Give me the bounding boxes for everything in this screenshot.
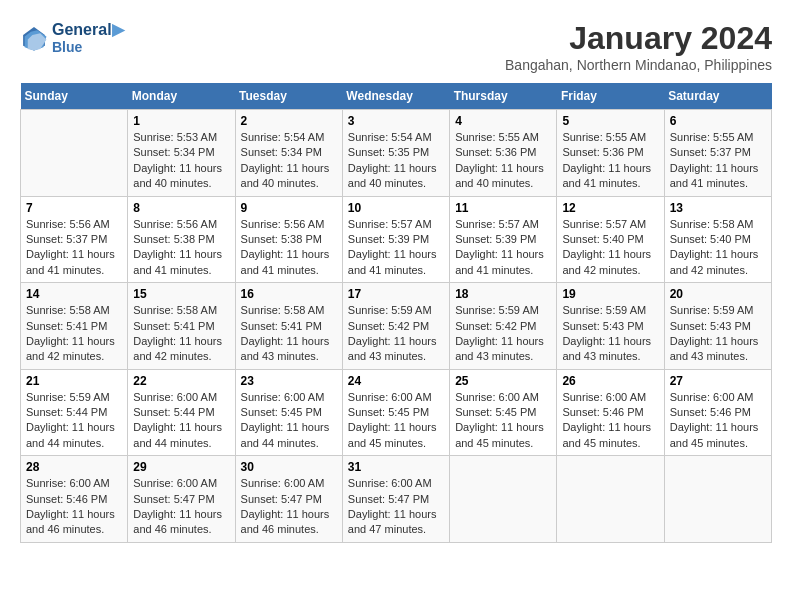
calendar-cell: 8Sunrise: 5:56 AMSunset: 5:38 PMDaylight… xyxy=(128,196,235,283)
day-number: 28 xyxy=(26,460,122,474)
calendar-week-row: 1Sunrise: 5:53 AMSunset: 5:34 PMDaylight… xyxy=(21,110,772,197)
calendar-cell: 3Sunrise: 5:54 AMSunset: 5:35 PMDaylight… xyxy=(342,110,449,197)
day-info: Sunrise: 5:54 AMSunset: 5:35 PMDaylight:… xyxy=(348,130,444,192)
day-info: Sunrise: 5:58 AMSunset: 5:41 PMDaylight:… xyxy=(133,303,229,365)
day-number: 1 xyxy=(133,114,229,128)
day-number: 11 xyxy=(455,201,551,215)
day-number: 9 xyxy=(241,201,337,215)
day-number: 16 xyxy=(241,287,337,301)
day-number: 22 xyxy=(133,374,229,388)
day-number: 18 xyxy=(455,287,551,301)
calendar-week-row: 28Sunrise: 6:00 AMSunset: 5:46 PMDayligh… xyxy=(21,456,772,543)
calendar-cell: 28Sunrise: 6:00 AMSunset: 5:46 PMDayligh… xyxy=(21,456,128,543)
day-number: 20 xyxy=(670,287,766,301)
weekday-header: Tuesday xyxy=(235,83,342,110)
weekday-header: Wednesday xyxy=(342,83,449,110)
weekday-header: Thursday xyxy=(450,83,557,110)
calendar-week-row: 7Sunrise: 5:56 AMSunset: 5:37 PMDaylight… xyxy=(21,196,772,283)
calendar-cell: 30Sunrise: 6:00 AMSunset: 5:47 PMDayligh… xyxy=(235,456,342,543)
day-info: Sunrise: 5:56 AMSunset: 5:38 PMDaylight:… xyxy=(133,217,229,279)
calendar-week-row: 21Sunrise: 5:59 AMSunset: 5:44 PMDayligh… xyxy=(21,369,772,456)
day-info: Sunrise: 5:57 AMSunset: 5:39 PMDaylight:… xyxy=(348,217,444,279)
calendar-cell: 25Sunrise: 6:00 AMSunset: 5:45 PMDayligh… xyxy=(450,369,557,456)
day-info: Sunrise: 5:56 AMSunset: 5:37 PMDaylight:… xyxy=(26,217,122,279)
day-info: Sunrise: 5:56 AMSunset: 5:38 PMDaylight:… xyxy=(241,217,337,279)
calendar-cell: 2Sunrise: 5:54 AMSunset: 5:34 PMDaylight… xyxy=(235,110,342,197)
day-info: Sunrise: 5:54 AMSunset: 5:34 PMDaylight:… xyxy=(241,130,337,192)
day-number: 6 xyxy=(670,114,766,128)
calendar-week-row: 14Sunrise: 5:58 AMSunset: 5:41 PMDayligh… xyxy=(21,283,772,370)
day-info: Sunrise: 5:57 AMSunset: 5:39 PMDaylight:… xyxy=(455,217,551,279)
day-number: 7 xyxy=(26,201,122,215)
calendar-table: SundayMondayTuesdayWednesdayThursdayFrid… xyxy=(20,83,772,543)
day-info: Sunrise: 5:58 AMSunset: 5:40 PMDaylight:… xyxy=(670,217,766,279)
day-info: Sunrise: 6:00 AMSunset: 5:46 PMDaylight:… xyxy=(670,390,766,452)
calendar-cell: 21Sunrise: 5:59 AMSunset: 5:44 PMDayligh… xyxy=(21,369,128,456)
day-info: Sunrise: 6:00 AMSunset: 5:47 PMDaylight:… xyxy=(133,476,229,538)
day-number: 27 xyxy=(670,374,766,388)
day-info: Sunrise: 5:59 AMSunset: 5:44 PMDaylight:… xyxy=(26,390,122,452)
calendar-cell xyxy=(664,456,771,543)
month-title: January 2024 xyxy=(505,20,772,57)
calendar-cell: 11Sunrise: 5:57 AMSunset: 5:39 PMDayligh… xyxy=(450,196,557,283)
day-number: 24 xyxy=(348,374,444,388)
day-info: Sunrise: 5:55 AMSunset: 5:36 PMDaylight:… xyxy=(455,130,551,192)
calendar-cell xyxy=(557,456,664,543)
day-info: Sunrise: 6:00 AMSunset: 5:47 PMDaylight:… xyxy=(348,476,444,538)
day-info: Sunrise: 6:00 AMSunset: 5:45 PMDaylight:… xyxy=(348,390,444,452)
calendar-cell: 18Sunrise: 5:59 AMSunset: 5:42 PMDayligh… xyxy=(450,283,557,370)
day-number: 25 xyxy=(455,374,551,388)
day-number: 19 xyxy=(562,287,658,301)
calendar-cell xyxy=(450,456,557,543)
day-info: Sunrise: 5:58 AMSunset: 5:41 PMDaylight:… xyxy=(26,303,122,365)
calendar-cell: 23Sunrise: 6:00 AMSunset: 5:45 PMDayligh… xyxy=(235,369,342,456)
day-number: 2 xyxy=(241,114,337,128)
day-info: Sunrise: 5:59 AMSunset: 5:43 PMDaylight:… xyxy=(670,303,766,365)
day-info: Sunrise: 6:00 AMSunset: 5:46 PMDaylight:… xyxy=(26,476,122,538)
calendar-cell: 6Sunrise: 5:55 AMSunset: 5:37 PMDaylight… xyxy=(664,110,771,197)
day-info: Sunrise: 6:00 AMSunset: 5:45 PMDaylight:… xyxy=(455,390,551,452)
day-number: 14 xyxy=(26,287,122,301)
calendar-cell: 15Sunrise: 5:58 AMSunset: 5:41 PMDayligh… xyxy=(128,283,235,370)
weekday-header: Saturday xyxy=(664,83,771,110)
day-info: Sunrise: 5:59 AMSunset: 5:43 PMDaylight:… xyxy=(562,303,658,365)
day-number: 26 xyxy=(562,374,658,388)
calendar-cell: 5Sunrise: 5:55 AMSunset: 5:36 PMDaylight… xyxy=(557,110,664,197)
day-info: Sunrise: 5:59 AMSunset: 5:42 PMDaylight:… xyxy=(348,303,444,365)
calendar-cell: 19Sunrise: 5:59 AMSunset: 5:43 PMDayligh… xyxy=(557,283,664,370)
day-info: Sunrise: 6:00 AMSunset: 5:47 PMDaylight:… xyxy=(241,476,337,538)
calendar-body: 1Sunrise: 5:53 AMSunset: 5:34 PMDaylight… xyxy=(21,110,772,543)
day-number: 17 xyxy=(348,287,444,301)
calendar-cell xyxy=(21,110,128,197)
day-number: 4 xyxy=(455,114,551,128)
day-info: Sunrise: 6:00 AMSunset: 5:45 PMDaylight:… xyxy=(241,390,337,452)
calendar-cell: 17Sunrise: 5:59 AMSunset: 5:42 PMDayligh… xyxy=(342,283,449,370)
day-number: 5 xyxy=(562,114,658,128)
calendar-cell: 27Sunrise: 6:00 AMSunset: 5:46 PMDayligh… xyxy=(664,369,771,456)
day-number: 3 xyxy=(348,114,444,128)
calendar-cell: 13Sunrise: 5:58 AMSunset: 5:40 PMDayligh… xyxy=(664,196,771,283)
weekday-header: Friday xyxy=(557,83,664,110)
calendar-cell: 14Sunrise: 5:58 AMSunset: 5:41 PMDayligh… xyxy=(21,283,128,370)
logo-text: General▶ Blue xyxy=(52,20,124,55)
calendar-cell: 20Sunrise: 5:59 AMSunset: 5:43 PMDayligh… xyxy=(664,283,771,370)
weekday-header: Sunday xyxy=(21,83,128,110)
day-info: Sunrise: 6:00 AMSunset: 5:46 PMDaylight:… xyxy=(562,390,658,452)
day-info: Sunrise: 5:57 AMSunset: 5:40 PMDaylight:… xyxy=(562,217,658,279)
title-block: January 2024 Bangahan, Northern Mindanao… xyxy=(505,20,772,73)
day-info: Sunrise: 5:55 AMSunset: 5:36 PMDaylight:… xyxy=(562,130,658,192)
logo-icon xyxy=(20,24,48,52)
day-number: 8 xyxy=(133,201,229,215)
calendar-cell: 10Sunrise: 5:57 AMSunset: 5:39 PMDayligh… xyxy=(342,196,449,283)
calendar-cell: 31Sunrise: 6:00 AMSunset: 5:47 PMDayligh… xyxy=(342,456,449,543)
page-header: General▶ Blue January 2024 Bangahan, Nor… xyxy=(20,20,772,73)
day-number: 15 xyxy=(133,287,229,301)
calendar-cell: 29Sunrise: 6:00 AMSunset: 5:47 PMDayligh… xyxy=(128,456,235,543)
day-number: 10 xyxy=(348,201,444,215)
day-number: 30 xyxy=(241,460,337,474)
day-info: Sunrise: 5:53 AMSunset: 5:34 PMDaylight:… xyxy=(133,130,229,192)
day-number: 23 xyxy=(241,374,337,388)
calendar-cell: 4Sunrise: 5:55 AMSunset: 5:36 PMDaylight… xyxy=(450,110,557,197)
day-info: Sunrise: 5:58 AMSunset: 5:41 PMDaylight:… xyxy=(241,303,337,365)
calendar-cell: 7Sunrise: 5:56 AMSunset: 5:37 PMDaylight… xyxy=(21,196,128,283)
